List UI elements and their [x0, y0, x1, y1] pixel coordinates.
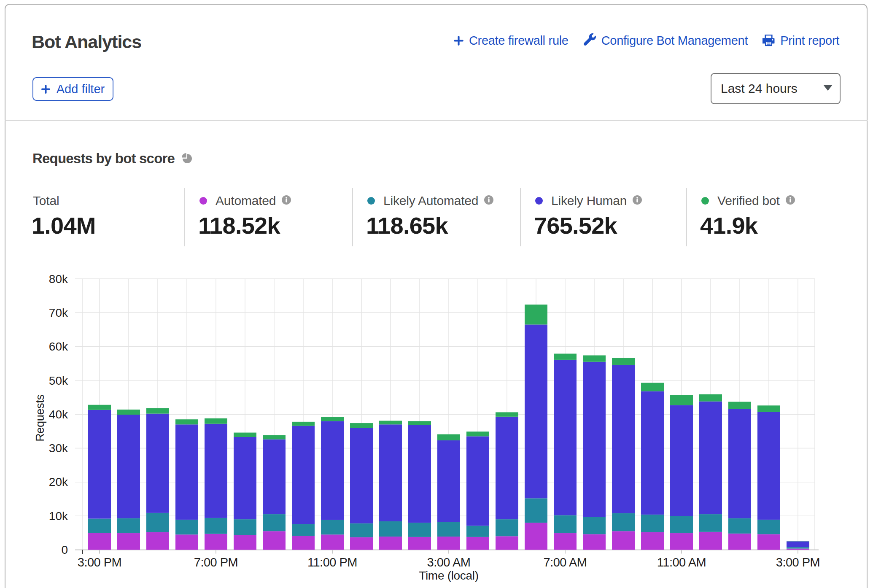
svg-text:50k: 50k: [49, 374, 68, 387]
svg-text:Time (local): Time (local): [419, 569, 479, 582]
svg-text:80k: 80k: [49, 272, 68, 286]
svg-text:11:00 AM: 11:00 AM: [657, 556, 706, 569]
svg-text:20k: 20k: [49, 475, 68, 488]
svg-text:3:00 PM: 3:00 PM: [776, 556, 820, 569]
svg-text:70k: 70k: [49, 306, 68, 319]
svg-text:10k: 10k: [49, 510, 68, 523]
svg-text:3:00 PM: 3:00 PM: [78, 556, 122, 569]
svg-text:Requests: Requests: [34, 394, 46, 442]
svg-text:30k: 30k: [49, 442, 68, 455]
svg-text:0: 0: [61, 543, 68, 556]
svg-text:11:00 PM: 11:00 PM: [307, 556, 357, 569]
svg-text:3:00 AM: 3:00 AM: [427, 556, 471, 569]
svg-text:60k: 60k: [49, 340, 68, 353]
svg-text:40k: 40k: [49, 408, 68, 421]
svg-text:7:00 PM: 7:00 PM: [194, 556, 238, 569]
svg-text:7:00 AM: 7:00 AM: [544, 556, 587, 569]
